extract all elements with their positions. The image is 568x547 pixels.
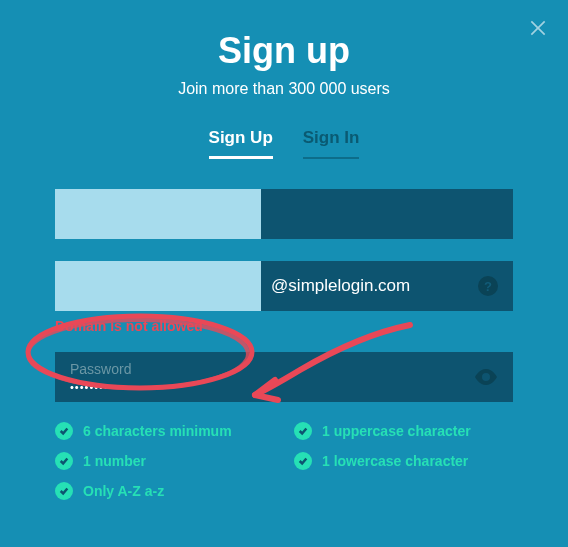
- tab-signin[interactable]: Sign In: [303, 128, 360, 159]
- check-icon: [55, 422, 73, 440]
- tab-signup[interactable]: Sign Up: [209, 128, 273, 159]
- req-uppercase: 1 uppercase character: [294, 422, 513, 440]
- req-label: 1 number: [83, 453, 146, 469]
- error-message: Domain is not allowed: [55, 318, 513, 334]
- username-input-row[interactable]: [55, 189, 513, 239]
- page-title: Sign up: [55, 30, 513, 72]
- email-input-row[interactable]: @simplelogin.com ?: [55, 261, 513, 311]
- page-subtitle: Join more than 300 000 users: [55, 80, 513, 98]
- req-label: 1 uppercase character: [322, 423, 471, 439]
- check-icon: [55, 452, 73, 470]
- req-alpha: Only A-Z a-z: [55, 482, 274, 500]
- auth-tabs: Sign Up Sign In: [55, 128, 513, 159]
- req-label: 1 lowercase character: [322, 453, 468, 469]
- check-icon: [55, 482, 73, 500]
- password-input-row[interactable]: Password •••••••••••••••••: [55, 352, 513, 402]
- req-number: 1 number: [55, 452, 274, 470]
- close-icon: [528, 18, 548, 38]
- toggle-password-visibility[interactable]: [474, 365, 498, 389]
- email-local-input[interactable]: [55, 261, 261, 311]
- email-domain: @simplelogin.com: [261, 261, 513, 311]
- req-lowercase: 1 lowercase character: [294, 452, 513, 470]
- req-label: 6 characters minimum: [83, 423, 232, 439]
- close-button[interactable]: [528, 18, 548, 42]
- password-value: •••••••••••••••••: [70, 381, 152, 393]
- password-requirements: 6 characters minimum 1 uppercase charact…: [55, 422, 513, 500]
- password-placeholder: Password: [70, 361, 152, 377]
- eye-icon: [474, 365, 498, 389]
- check-icon: [294, 422, 312, 440]
- check-icon: [294, 452, 312, 470]
- req-min-chars: 6 characters minimum: [55, 422, 274, 440]
- username-input[interactable]: [55, 189, 261, 239]
- help-icon[interactable]: ?: [478, 276, 498, 296]
- req-label: Only A-Z a-z: [83, 483, 164, 499]
